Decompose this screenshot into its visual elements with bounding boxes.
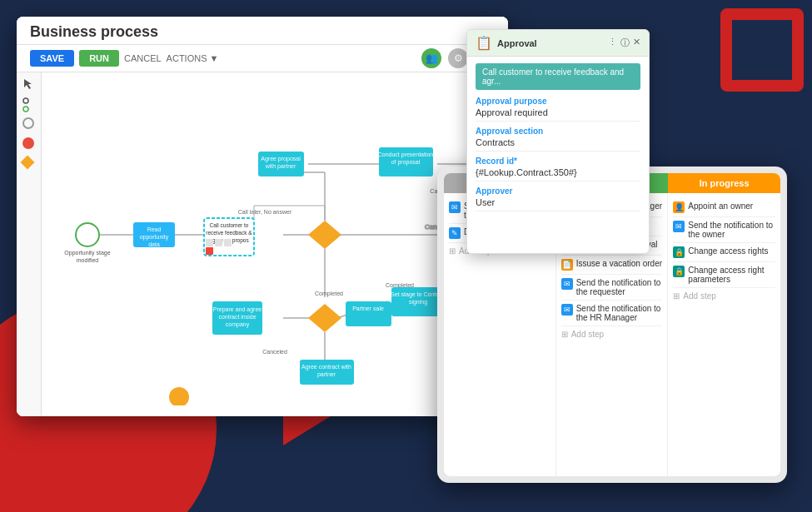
add-step-inprogress[interactable]: ⊞ Add step: [673, 288, 775, 304]
add-icon: ⊞: [673, 291, 680, 301]
svg-text:partner: partner: [317, 371, 336, 378]
edit-icon: ✎: [449, 227, 461, 239]
svg-rect-28: [206, 247, 213, 255]
email-icon: ✉: [561, 304, 573, 316]
svg-text:data: data: [148, 241, 160, 247]
email-icon: ✉: [561, 278, 573, 290]
svg-marker-0: [24, 79, 32, 89]
approval-purpose-label: Approval purpose: [476, 97, 640, 106]
left-sidebar: [17, 72, 42, 416]
run-button[interactable]: RUN: [79, 50, 119, 67]
red-square-decoration: [720, 8, 804, 92]
approval-more-icon[interactable]: ⋮: [608, 37, 617, 49]
approval-info-icon[interactable]: ⓘ: [620, 37, 630, 49]
monitor-screen: Business process SAVE RUN CANCEL ACTIONS…: [17, 17, 508, 416]
start-event[interactable]: [76, 223, 99, 246]
approval-title: Approval: [497, 38, 603, 48]
svg-text:Opportunity stage: Opportunity stage: [64, 250, 110, 256]
svg-rect-27: [224, 239, 232, 246]
svg-text:Partner sale: Partner sale: [352, 306, 384, 311]
person-icon: 👤: [673, 201, 685, 213]
filled-circle-shape[interactable]: [22, 137, 36, 151]
approver-value: User: [476, 197, 640, 211]
inprogress-column: 👤 Appoint an owner ✉ Send the notificati…: [668, 193, 780, 476]
svg-text:modified: modified: [77, 257, 99, 263]
list-item: 🔒 Change access right parameters: [673, 262, 775, 288]
svg-text:contract inside: contract inside: [218, 314, 256, 320]
approval-content: Call customer to receive feedback and ag…: [467, 57, 649, 218]
svg-rect-26: [215, 239, 222, 246]
cursor-tool[interactable]: [22, 77, 36, 91]
svg-text:Agree proposal: Agree proposal: [261, 156, 301, 162]
canvas-area[interactable]: Canceled, Completed Opportunity stage mo…: [17, 72, 508, 416]
svg-text:Canceled: Canceled: [262, 349, 287, 355]
approval-header-icons: ⋮ ⓘ ✕: [608, 37, 640, 49]
approval-purpose-value: Approval required: [476, 107, 640, 122]
order-icon: 📄: [561, 259, 573, 271]
list-item: ✉ Send the notification to the owner: [673, 217, 775, 243]
toolbar: SAVE RUN CANCEL ACTIONS ▼ 👥 ⚙ ?: [17, 45, 508, 72]
svg-text:Prepare and agree: Prepare and agree: [213, 306, 262, 313]
svg-text:Call later, No answer: Call later, No answer: [238, 209, 292, 215]
svg-text:company: company: [226, 321, 250, 328]
svg-text:opportunity: opportunity: [140, 234, 169, 241]
svg-text:Conduct presentation: Conduct presentation: [378, 152, 434, 158]
list-item: ✉ Send the notification to the requester: [561, 275, 663, 301]
list-item: 👤 Appoint an owner: [673, 198, 775, 217]
svg-text:receive feedback &: receive feedback &: [206, 230, 252, 236]
approval-task-title: Call customer to receive feedback and ag…: [476, 63, 640, 90]
users-icon[interactable]: 👥: [421, 48, 441, 68]
svg-point-2: [23, 107, 28, 112]
svg-text:Agree contract with: Agree contract with: [301, 364, 351, 370]
gateway-1[interactable]: [308, 221, 341, 249]
access-params-icon: 🔒: [673, 266, 685, 277]
actions-button[interactable]: ACTIONS ▼: [167, 53, 219, 63]
settings-icon[interactable]: ⚙: [448, 48, 468, 68]
list-item: 🔒 Change access rights: [673, 243, 775, 262]
svg-text:signing: signing: [409, 299, 427, 306]
svg-text:of proposal: of proposal: [391, 159, 421, 166]
circle-shape[interactable]: [22, 117, 36, 131]
approval-panel: 📋 Approval ⋮ ⓘ ✕ Call customer to receiv…: [466, 29, 650, 254]
approval-section-label: Approval section: [476, 127, 640, 136]
add-icon: ⊞: [449, 246, 456, 256]
svg-text:with partner: with partner: [265, 163, 296, 170]
list-item: 📄 Issuse a vacation order: [561, 256, 663, 275]
svg-text:Completed: Completed: [315, 291, 343, 297]
desktop-monitor: Business process SAVE RUN CANCEL ACTIONS…: [17, 17, 508, 416]
email-icon: ✉: [673, 221, 685, 232]
svg-point-1: [23, 98, 28, 103]
diamond-shape[interactable]: [22, 157, 36, 171]
title-bar: Business process: [17, 17, 508, 45]
svg-text:Call customer to: Call customer to: [210, 222, 249, 228]
record-id-value: {#Lookup.Contract.350#}: [476, 167, 640, 181]
list-item: ✉ Send the notification to the HR Manage…: [561, 301, 663, 326]
event-shape[interactable]: [22, 97, 36, 111]
gateway-2[interactable]: [308, 304, 341, 332]
page-title: Business process: [30, 23, 495, 41]
email-icon: ✉: [449, 201, 461, 213]
access-icon: 🔒: [673, 246, 685, 258]
add-step-approval[interactable]: ⊞ Add step: [561, 326, 663, 342]
cancel-button[interactable]: CANCEL: [124, 53, 162, 63]
svg-rect-25: [206, 239, 213, 246]
add-icon: ⊞: [561, 330, 568, 339]
approval-close-icon[interactable]: ✕: [633, 37, 640, 49]
save-button[interactable]: SAVE: [30, 50, 74, 67]
end-event[interactable]: [169, 387, 189, 405]
svg-text:Read: Read: [147, 226, 162, 232]
approver-label: Approver: [476, 186, 640, 196]
stage-inprogress-header: In progress: [668, 173, 780, 193]
record-id-label: Record id*: [476, 157, 640, 166]
approval-section-value: Contracts: [476, 137, 640, 152]
approval-panel-header: 📋 Approval ⋮ ⓘ ✕: [467, 30, 649, 57]
